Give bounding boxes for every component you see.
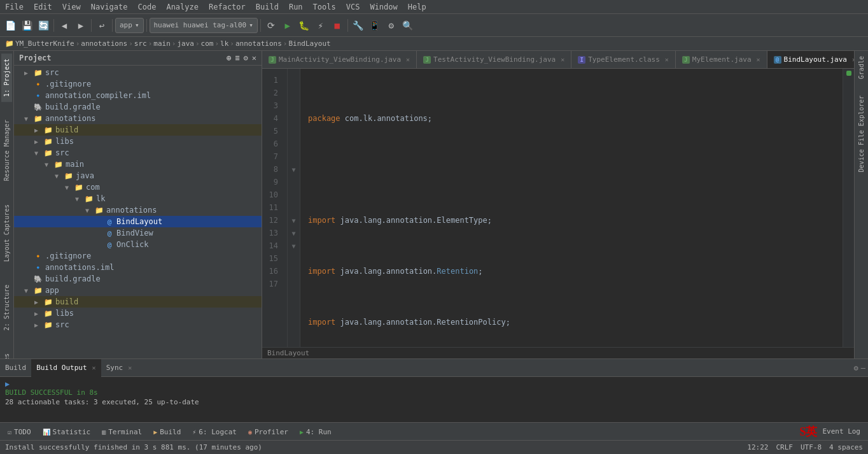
status-spaces[interactable]: 4 spaces xyxy=(829,443,863,451)
footer-tab-logcat[interactable]: ⚡ 6: Logcat xyxy=(187,423,242,441)
tree-item-build-gradle2[interactable]: 🐘 build.gradle xyxy=(14,273,262,285)
tree-item-compiler-iml[interactable]: 🔹 annotation_compiler.iml xyxy=(14,90,262,101)
sidebar-tab-project[interactable]: 1: Project xyxy=(1,53,12,102)
tree-item-app-src[interactable]: ▶ 📁 src xyxy=(14,319,262,330)
tree-item-app-build[interactable]: ▶ 📁 build xyxy=(14,296,262,308)
status-line-col[interactable]: 12:22 xyxy=(747,443,768,451)
fold-btn-15[interactable] xyxy=(288,252,300,265)
menu-item-vcs[interactable]: VCS xyxy=(341,1,365,13)
tree-item-bindview[interactable]: @ BindView xyxy=(14,227,262,239)
new-file-button[interactable]: 📄 xyxy=(3,18,18,33)
build-gear-icon[interactable]: ⚙ xyxy=(854,364,858,372)
tab-close-testactivity[interactable]: ✕ xyxy=(561,56,564,63)
device-config-dropdown[interactable]: huawei huawei tag-al00 ▾ xyxy=(150,18,258,33)
tab-close-bindlayout[interactable]: ✕ xyxy=(852,56,854,63)
fold-btn-2[interactable] xyxy=(288,87,300,99)
stop-button[interactable]: ■ xyxy=(330,18,345,33)
save-button[interactable]: 💾 xyxy=(19,18,34,33)
project-close-icon[interactable]: ✕ xyxy=(252,53,256,62)
footer-tab-profiler[interactable]: ◉ Profiler xyxy=(243,423,293,441)
footer-tab-build[interactable]: ▶ Build xyxy=(148,423,186,441)
fold-btn-1[interactable] xyxy=(288,74,300,87)
tree-item-src-ann[interactable]: ▼ 📁 src xyxy=(14,147,262,159)
build-minimize-icon[interactable]: — xyxy=(861,364,865,372)
avd-button[interactable]: 📱 xyxy=(367,18,382,33)
tree-item-app[interactable]: ▼ 📁 app xyxy=(14,285,262,296)
footer-tab-terminal[interactable]: ▥ Terminal xyxy=(97,423,147,441)
tab-close-myelement[interactable]: ✕ xyxy=(757,56,760,63)
fold-btn-7[interactable] xyxy=(288,150,300,163)
breadcrumb-com[interactable]: com xyxy=(201,39,214,48)
breadcrumb-main[interactable]: main xyxy=(153,39,171,48)
gradle-sync-button[interactable]: 🔧 xyxy=(351,18,366,33)
menu-item-view[interactable]: View xyxy=(57,1,86,13)
breadcrumb-annotations[interactable]: annotations xyxy=(81,39,127,48)
sidebar-tab-structure[interactable]: 2: Structure xyxy=(1,280,12,336)
device-file-tab[interactable]: Device File Explorer xyxy=(856,90,867,177)
build-arrow-icon[interactable]: ▶ xyxy=(5,380,10,388)
project-settings-icon[interactable]: ⊕ xyxy=(227,53,231,62)
build-output-close-icon[interactable]: ✕ xyxy=(92,364,96,371)
menu-item-help[interactable]: Help xyxy=(403,1,431,13)
tree-item-java[interactable]: ▼ 📁 java xyxy=(14,170,262,181)
profile-button[interactable]: ⚡ xyxy=(313,18,328,33)
sync-button[interactable]: ⟳ xyxy=(263,18,279,33)
gradle-tab[interactable]: Gradle xyxy=(856,51,867,84)
fold-btn-10[interactable] xyxy=(288,188,300,201)
build-tab-output[interactable]: Build Output ✕ xyxy=(31,359,101,377)
tree-item-gitignore[interactable]: 🔸 .gitignore xyxy=(14,78,262,90)
footer-tab-todo[interactable]: ☑ TODO xyxy=(3,423,36,441)
menu-item-refactor[interactable]: Refactor xyxy=(204,1,251,13)
footer-tab-run[interactable]: ▶ 4: Run xyxy=(295,423,337,441)
debug-button[interactable]: 🐛 xyxy=(297,18,312,33)
back-button[interactable]: ◀ xyxy=(57,18,72,33)
tab-close-typeelement[interactable]: ✕ xyxy=(665,56,669,63)
tab-typeelement[interactable]: I TypeElement.class ✕ xyxy=(571,51,676,69)
tree-item-src[interactable]: ▶ 📁 src xyxy=(14,67,262,78)
menu-item-analyze[interactable]: Analyze xyxy=(161,1,204,13)
play-button[interactable]: ▶ xyxy=(280,18,295,33)
project-expand-icon[interactable]: ≡ xyxy=(235,53,239,62)
fold-btn-5[interactable] xyxy=(288,125,300,138)
menu-item-navigate[interactable]: Navigate xyxy=(86,1,133,13)
status-charset[interactable]: UTF-8 xyxy=(801,443,822,451)
forward-button[interactable]: ▶ xyxy=(73,18,88,33)
breadcrumb-src[interactable]: src xyxy=(134,39,147,48)
menu-item-code[interactable]: Code xyxy=(133,1,162,13)
breadcrumb-java[interactable]: java xyxy=(177,39,194,48)
tab-testactivity[interactable]: J TestActivity_ViewBinding.java ✕ xyxy=(417,51,571,69)
fold-btn-16[interactable] xyxy=(288,265,300,278)
tree-item-main[interactable]: ▼ 📁 main xyxy=(14,159,262,170)
breadcrumb-project[interactable]: 📁 xyxy=(5,39,14,48)
fold-btn-6[interactable] xyxy=(288,138,300,150)
tree-item-com[interactable]: ▼ 📁 com xyxy=(14,181,262,193)
menu-item-edit[interactable]: Edit xyxy=(29,1,57,13)
menu-item-file[interactable]: File xyxy=(0,1,29,13)
tree-item-libs[interactable]: ▶ 📁 libs xyxy=(14,136,262,147)
tree-item-build-gradle-root[interactable]: 🐘 build.gradle xyxy=(14,101,262,113)
footer-tab-statistic[interactable]: 📊 Statistic xyxy=(38,423,96,441)
tree-item-bindlayout[interactable]: @ BindLayout xyxy=(14,216,262,227)
build-tab-build[interactable]: Build xyxy=(0,359,31,377)
tree-item-gitignore2[interactable]: 🔸 .gitignore xyxy=(14,250,262,262)
status-encoding[interactable]: CRLF xyxy=(776,443,793,451)
menu-item-build[interactable]: Build xyxy=(251,1,284,13)
menu-item-window[interactable]: Window xyxy=(365,1,402,13)
code-content-area[interactable]: package com.lk.annotations; import java.… xyxy=(300,69,843,347)
tree-item-onclick[interactable]: @ OnClick xyxy=(14,239,262,250)
search-everywhere-button[interactable]: 🔍 xyxy=(400,18,416,33)
tree-item-lk[interactable]: ▼ 📁 lk xyxy=(14,193,262,204)
tab-bindlayout[interactable]: @ BindLayout.java ✕ xyxy=(767,51,854,69)
build-tab-sync[interactable]: Sync ✕ xyxy=(101,359,137,377)
undo-button[interactable]: ↩ xyxy=(94,18,109,33)
tree-item-app-libs[interactable]: ▶ 📁 libs xyxy=(14,308,262,319)
menu-item-tools[interactable]: Tools xyxy=(308,1,341,13)
sidebar-tab-resource[interactable]: Resource Manager xyxy=(1,115,12,186)
fold-btn-11[interactable] xyxy=(288,201,300,214)
tab-myelement[interactable]: J MyElement.java ✕ xyxy=(676,51,767,69)
fold-btn-4[interactable] xyxy=(288,112,300,125)
tab-mainactivity[interactable]: J MainActivity_ViewBinding.java ✕ xyxy=(262,51,417,69)
fold-btn-17[interactable] xyxy=(288,278,300,290)
sdk-button[interactable]: ⚙ xyxy=(384,18,399,33)
fold-btn-3[interactable] xyxy=(288,99,300,112)
